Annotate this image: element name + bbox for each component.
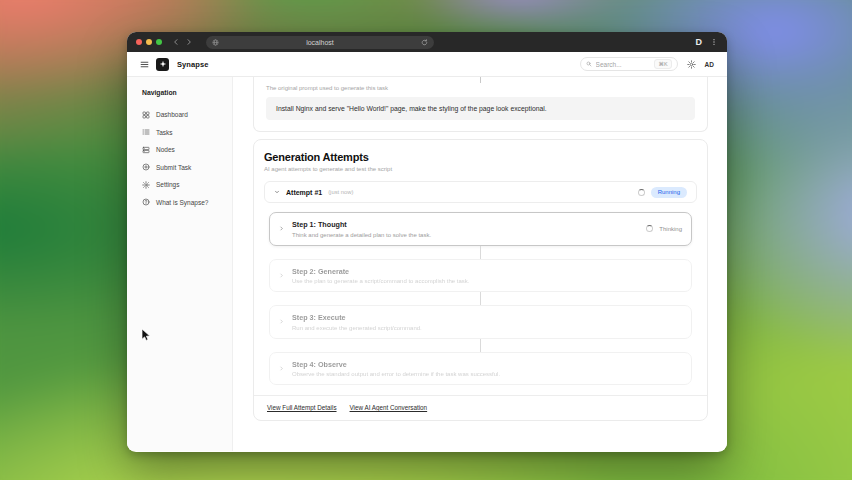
nodes-stack-icon xyxy=(142,146,150,154)
sidebar-item-dashboard[interactable]: Dashboard xyxy=(142,106,226,124)
browser-profile-icon[interactable]: D xyxy=(696,38,703,47)
spinner-icon xyxy=(638,189,645,196)
step-card-generate[interactable]: Step 2: Generate Use the plan to generat… xyxy=(269,259,692,293)
app-header: Synapse ⌘K AD xyxy=(127,52,727,77)
synapse-logo-icon xyxy=(156,58,169,71)
view-ai-agent-conversation-link[interactable]: View AI Agent Conversation xyxy=(350,404,428,411)
tasks-list-icon xyxy=(142,128,150,136)
sidebar-item-label: Tasks xyxy=(156,129,173,136)
step-description: Think and generate a detailed plan to so… xyxy=(292,232,431,238)
chevron-right-icon xyxy=(279,319,284,324)
attempt-timestamp: (just now) xyxy=(328,189,353,195)
sidebar: Navigation Dashboard Tasks Nodes Submit … xyxy=(127,77,233,451)
step-connector xyxy=(480,339,481,352)
globe-icon xyxy=(212,39,219,46)
address-url: localhost xyxy=(223,39,417,46)
sidebar-item-submit-task[interactable]: Submit Task xyxy=(142,159,226,177)
chevron-down-icon xyxy=(274,189,280,195)
step-connector xyxy=(480,246,481,259)
help-circle-icon xyxy=(142,198,150,206)
back-icon[interactable] xyxy=(172,38,180,46)
sidebar-item-label: What is Synapse? xyxy=(156,199,208,206)
gear-icon[interactable] xyxy=(687,60,696,69)
app-body: Navigation Dashboard Tasks Nodes Submit … xyxy=(127,77,727,451)
prompt-caption: The original prompt used to generate thi… xyxy=(266,85,695,91)
sidebar-item-what-is-synapse[interactable]: What is Synapse? xyxy=(142,194,226,212)
close-window-button[interactable] xyxy=(136,39,142,45)
task-prompt-card: The original prompt used to generate thi… xyxy=(253,77,708,132)
menu-icon[interactable] xyxy=(140,60,149,69)
dashboard-grid-icon xyxy=(142,111,150,119)
sidebar-item-nodes[interactable]: Nodes xyxy=(142,141,226,159)
plus-circle-icon xyxy=(142,163,150,171)
step-description: Use the plan to generate a script/comman… xyxy=(292,278,469,284)
sidebar-item-label: Nodes xyxy=(156,146,175,153)
step-title: Step 4: Observe xyxy=(292,360,500,369)
view-full-attempt-details-link[interactable]: View Full Attempt Details xyxy=(267,404,337,411)
search-icon xyxy=(586,61,592,67)
step-status: Thinking xyxy=(659,226,682,232)
gear-icon xyxy=(142,181,150,189)
chevron-right-icon xyxy=(279,273,284,278)
app-title: Synapse xyxy=(177,60,209,69)
spinner-icon xyxy=(646,225,653,232)
section-subtitle: AI agent attempts to generate and test t… xyxy=(264,166,697,172)
step-connector xyxy=(480,292,481,305)
sidebar-section-label: Navigation xyxy=(142,89,226,96)
search-shortcut-badge: ⌘K xyxy=(654,59,671,69)
search-input-wrapper[interactable]: ⌘K xyxy=(580,57,678,71)
forward-icon[interactable] xyxy=(185,38,193,46)
running-status-badge: Running xyxy=(651,187,687,198)
step-card-thought[interactable]: Step 1: Thought Think and generate a det… xyxy=(269,212,692,246)
step-card-execute[interactable]: Step 3: Execute Run and execute the gene… xyxy=(269,305,692,339)
reload-icon[interactable] xyxy=(421,39,428,46)
search-input[interactable] xyxy=(596,61,651,68)
titlebar-right: D xyxy=(696,37,719,47)
header-actions: ⌘K AD xyxy=(580,57,714,71)
step-description: Run and execute the generated script/com… xyxy=(292,325,422,331)
step-card-observe[interactable]: Step 4: Observe Observe the standard out… xyxy=(269,352,692,386)
mouse-cursor xyxy=(141,328,151,342)
zoom-window-button[interactable] xyxy=(156,39,162,45)
step-title: Step 1: Thought xyxy=(292,220,431,229)
step-description: Observe the standard output and error to… xyxy=(292,371,500,377)
address-bar[interactable]: localhost xyxy=(206,36,434,49)
step-title: Step 3: Execute xyxy=(292,313,422,322)
attempt-footer: View Full Attempt Details View AI Agent … xyxy=(254,395,707,420)
section-title: Generation Attempts xyxy=(264,151,697,163)
sidebar-item-tasks[interactable]: Tasks xyxy=(142,124,226,142)
section-divider-tick xyxy=(480,77,481,83)
task-prompt-text: Install Nginx and serve "Hello World!" p… xyxy=(266,97,695,120)
kebab-menu-icon[interactable] xyxy=(710,37,718,47)
sidebar-item-label: Dashboard xyxy=(156,111,188,118)
step-title: Step 2: Generate xyxy=(292,267,469,276)
chevron-right-icon xyxy=(279,226,284,231)
window-controls xyxy=(136,39,162,45)
sidebar-item-label: Settings xyxy=(156,181,180,188)
attempt-accordion-toggle[interactable]: Attempt #1 (just now) Running xyxy=(264,181,697,203)
sidebar-item-settings[interactable]: Settings xyxy=(142,176,226,194)
minimize-window-button[interactable] xyxy=(146,39,152,45)
attempt-label: Attempt #1 xyxy=(286,189,322,196)
main-content: The original prompt used to generate thi… xyxy=(233,77,727,451)
browser-window: localhost D Synapse ⌘K AD Navigation xyxy=(127,32,727,452)
generation-attempts-card: Generation Attempts AI agent attempts to… xyxy=(253,139,708,421)
avatar[interactable]: AD xyxy=(705,61,714,68)
sidebar-item-label: Submit Task xyxy=(156,164,191,171)
steps-list: Step 1: Thought Think and generate a det… xyxy=(264,203,697,385)
browser-titlebar: localhost D xyxy=(127,32,727,52)
chevron-right-icon xyxy=(279,366,284,371)
